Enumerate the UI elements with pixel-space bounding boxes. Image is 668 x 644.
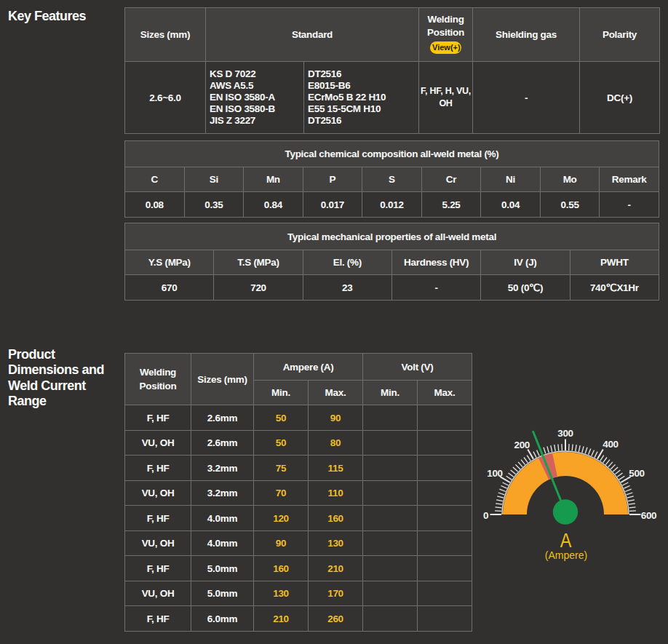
svg-text:500: 500: [629, 468, 644, 479]
svg-text:600: 600: [641, 510, 656, 521]
svg-text:0: 0: [483, 510, 488, 521]
svg-text:400: 400: [603, 439, 618, 450]
svg-text:200: 200: [514, 440, 530, 450]
svg-text:300: 300: [557, 428, 573, 439]
svg-text:100: 100: [487, 468, 502, 479]
